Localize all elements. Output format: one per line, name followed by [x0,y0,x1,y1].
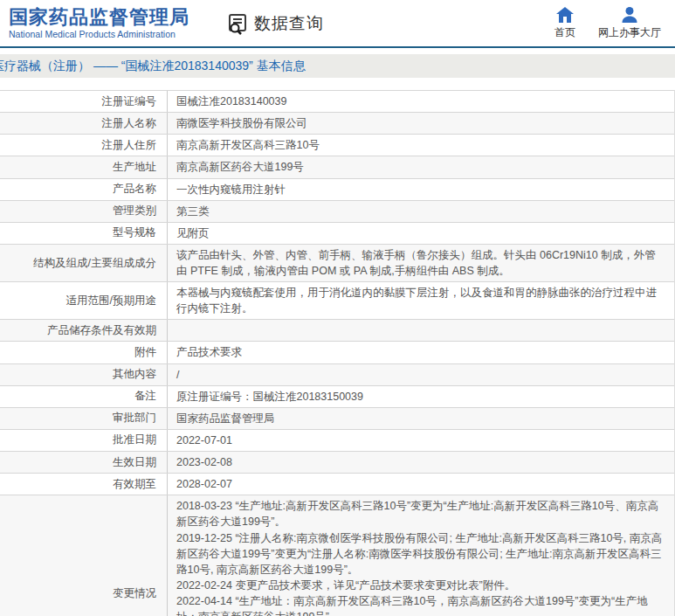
row-label: 适用范围/预期用途 [0,282,168,319]
row-label: 产品储存条件及有效期 [0,320,168,341]
table-row: 附件产品技术要求 [0,341,674,363]
breadcrumb: 医疗器械（注册） —— “国械注准20183140039” 基本信息 [0,59,306,74]
logo-title: 国家药品监督管理局 [9,7,189,28]
table-row: 注册人住所南京高新开发区高科三路10号 [0,134,674,156]
user-icon [621,7,638,23]
row-label: 其他内容 [0,364,168,385]
table-row: 生效日期2023-02-08 [0,451,674,473]
nav-home-label: 首页 [554,25,575,40]
row-value: 见附页 [168,223,674,244]
row-label: 型号规格 [0,223,168,244]
row-label: 管理类别 [0,201,168,222]
table-row: 型号规格见附页 [0,222,674,244]
row-value: 2018-03-23 “生产地址:高新开发区高科三路10号”变更为“生产地址:高… [168,495,674,616]
row-label: 有效期至 [0,474,168,495]
row-label: 注册证编号 [0,91,168,112]
row-label: 批准日期 [0,430,168,451]
header-gap [0,48,675,54]
row-value: / [168,364,674,385]
row-value: 国家药品监督管理局 [168,408,674,429]
row-label: 附件 [0,342,168,363]
table-row: 注册人名称南微医学科技股份有限公司 [0,112,674,134]
row-label: 注册人名称 [0,113,168,134]
table-row: 结构及组成/主要组成成分该产品由针头、外管、内管、前手柄、输液手柄（鲁尔接头）组… [0,244,674,281]
page-header: 国家药品监督管理局 National Medical Products Admi… [0,0,675,48]
table-row: 管理类别第三类 [0,200,674,222]
home-icon [556,7,574,23]
row-value: 一次性内窥镜用注射针 [168,179,674,200]
table-row: 适用范围/预期用途本器械与内窥镜配套使用，用于消化道内的黏膜下层注射，以及食道和… [0,281,674,319]
table-row: 变更情况2018-03-23 “生产地址:高新开发区高科三路10号”变更为“生产… [0,495,674,616]
row-value: 南微医学科技股份有限公司 [168,113,674,134]
row-value: 原注册证编号：国械注准20183150039 [168,386,674,407]
row-label: 生效日期 [0,452,168,473]
table-row: 注册证编号国械注准20183140039 [0,90,674,112]
row-value: 南京高新区药谷大道199号 [168,156,674,177]
data-query-heading: 数据查询 [226,12,324,35]
table-row: 产品名称一次性内窥镜用注射针 [0,178,674,200]
breadcrumb-gap [0,78,675,90]
table-row: 生产地址南京高新区药谷大道199号 [0,156,674,177]
logo-subtitle: National Medical Products Administration [9,30,189,40]
row-label: 变更情况 [0,495,168,616]
nmpa-logo: 国家药品监督管理局 National Medical Products Admi… [9,7,189,40]
row-value: 南京高新开发区高科三路10号 [168,135,674,156]
row-value: 本器械与内窥镜配套使用，用于消化道内的黏膜下层注射，以及食道和胃的静脉曲张的治疗… [168,282,674,319]
nav-service-hall-label: 网上办事大厅 [598,25,661,40]
row-value: 国械注准20183140039 [168,91,674,112]
table-row: 产品储存条件及有效期 [0,319,674,341]
header-nav: 首页 网上办事大厅 [554,7,661,40]
row-value: 第三类 [168,201,674,222]
row-label: 结构及组成/主要组成成分 [0,245,168,281]
table-row: 其他内容/ [0,363,674,385]
row-value: 2022-07-01 [168,430,674,451]
section-title: 数据查询 [254,12,324,35]
row-value [168,320,674,341]
info-table: 注册证编号国械注准20183140039注册人名称南微医学科技股份有限公司注册人… [0,90,675,616]
row-value: 该产品由针头、外管、内管、前手柄、输液手柄（鲁尔接头）组成。针头由 06Cr19… [168,245,674,281]
row-value: 2028-02-07 [168,474,674,495]
table-row: 备注原注册证编号：国械注准20183150039 [0,385,674,407]
row-label: 备注 [0,386,168,407]
breadcrumb-bar: 医疗器械（注册） —— “国械注准20183140039” 基本信息 [0,54,675,78]
row-label: 生产地址 [0,156,168,177]
row-value: 2023-02-08 [168,452,674,473]
nav-home[interactable]: 首页 [554,7,575,40]
nav-service-hall[interactable]: 网上办事大厅 [598,7,661,40]
table-row: 审批部门国家药品监督管理局 [0,407,674,429]
row-label: 产品名称 [0,179,168,200]
data-query-icon [226,12,249,35]
row-label: 注册人住所 [0,135,168,156]
row-label: 审批部门 [0,408,168,429]
row-value: 产品技术要求 [168,342,674,363]
table-row: 批准日期2022-07-01 [0,429,674,451]
table-row: 有效期至2028-02-07 [0,473,674,495]
